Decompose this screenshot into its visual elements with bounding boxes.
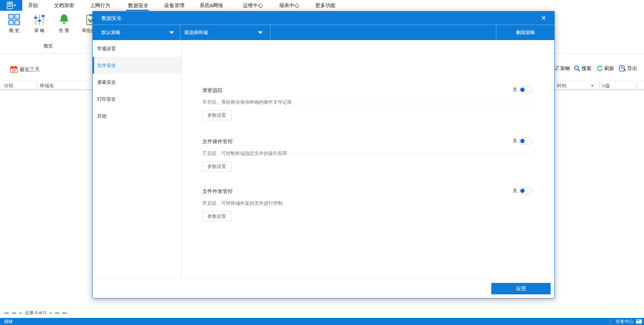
column-time[interactable]: 时间 xyxy=(557,81,566,90)
column-terminal[interactable]: 终端名 xyxy=(40,81,54,90)
setting-description: 开启后，可控制终端指定文件的操作权限 xyxy=(202,151,287,157)
ribbon-alert-button[interactable]: 告 警 xyxy=(54,13,74,34)
toggle-switch[interactable] xyxy=(519,137,532,144)
export-button[interactable]: A 导出 xyxy=(619,64,637,73)
app-logo-icon xyxy=(6,2,16,9)
delete-policy-button[interactable]: 删除策略 xyxy=(496,25,555,40)
policy-select-dropdown[interactable]: 默认策略 xyxy=(93,25,180,40)
sidebar-item-print-security[interactable]: 打印安全 xyxy=(93,91,181,107)
toggle-knob xyxy=(520,189,525,193)
setting-title: 文件外发管控 xyxy=(202,188,233,195)
ribbon-policy-button[interactable]: 策 略 xyxy=(29,13,50,34)
menu-item-start[interactable]: 开始 xyxy=(28,2,38,9)
param-settings-button[interactable]: 参数设置 xyxy=(202,211,231,221)
toggle-switch[interactable] xyxy=(519,86,532,93)
search-button[interactable]: 搜索 xyxy=(574,64,591,73)
column-separator[interactable] xyxy=(637,83,637,89)
menu-item-doc-encrypt[interactable]: 文档加密 xyxy=(54,2,74,9)
terminal-select-dropdown[interactable]: 请选择终端 xyxy=(180,25,270,40)
policy-action-button[interactable]: 策略 xyxy=(553,64,570,73)
param-settings-button[interactable]: 参数设置 xyxy=(202,110,231,120)
grid-icon xyxy=(4,13,24,26)
refresh-label: 刷新 xyxy=(604,65,614,72)
column-usb[interactable]: U盘 xyxy=(602,81,610,90)
data-security-dialog: 数据安全 × 默认策略 请选择终端 删除策略 常规设置 文件安全 屏幕安全 打印… xyxy=(92,11,555,298)
svg-text:23: 23 xyxy=(12,69,16,72)
time-filter-caret-icon[interactable] xyxy=(591,85,594,87)
message-icon[interactable] xyxy=(636,319,642,324)
date-filter-label: 最近三天 xyxy=(20,66,40,73)
sidebar-item-screen-security[interactable]: 屏幕安全 xyxy=(93,74,181,91)
dialog-body: 常规设置 文件安全 屏幕安全 打印安全 其他 泄密追踪 开启后，系统将会保存终端… xyxy=(93,40,554,278)
chevron-down-icon xyxy=(169,31,174,34)
export-label: 导出 xyxy=(627,65,637,72)
close-icon[interactable]: × xyxy=(538,12,549,23)
dialog-content: 泄密追踪 开启后，系统将会保存终端的操作文件记录 参数设置 关 文件操作管控 开… xyxy=(181,40,554,278)
status-ready-label: 就绪 xyxy=(4,318,13,325)
toggle-switch[interactable] xyxy=(519,187,532,194)
sidebar-item-general[interactable]: 常规设置 xyxy=(93,40,181,57)
ribbon-section-label: 概览 xyxy=(35,43,62,49)
next-page-icon[interactable]: ▶ xyxy=(50,311,52,315)
toggle-state-label: 关 xyxy=(513,188,517,194)
app-menu-button[interactable] xyxy=(0,0,22,11)
menu-item-ops-center[interactable]: 运维中心 xyxy=(243,2,263,9)
dialog-sidebar: 常规设置 文件安全 屏幕安全 打印安全 其他 xyxy=(93,40,181,278)
prev-group-icon[interactable]: ◀◀ xyxy=(11,311,16,315)
menu-item-system-network[interactable]: 系统&网络 xyxy=(200,2,223,9)
date-filter[interactable]: 23 最近三天 xyxy=(10,63,40,76)
chevron-down-icon xyxy=(258,31,263,34)
tool-separator xyxy=(270,25,270,40)
ribbon-overview-button[interactable]: 概 览 xyxy=(4,13,24,34)
setting-file-outgoing-control: 文件外发管控 开启后，可对终端外发的文件进行控制 参数设置 关 xyxy=(202,188,533,225)
toggle-state-label: 关 xyxy=(513,138,517,144)
setting-divider xyxy=(202,153,533,153)
apply-button[interactable]: 应用 xyxy=(491,283,551,294)
toggle-state-label: 关 xyxy=(513,87,517,93)
setting-divider xyxy=(202,104,533,104)
search-label: 搜索 xyxy=(581,65,591,72)
status-bar: 就绪 任务中心 xyxy=(0,318,644,325)
last-page-icon[interactable]: ▶▶| xyxy=(63,311,67,315)
menu-item-report-center[interactable]: 报表中心 xyxy=(279,2,299,9)
refresh-icon xyxy=(597,65,603,71)
setting-title: 文件操作管控 xyxy=(202,138,233,145)
export-icon: A xyxy=(619,65,626,72)
refresh-button[interactable]: 刷新 xyxy=(597,64,614,73)
next-group-icon[interactable]: ▶▶ xyxy=(55,311,59,315)
dialog-title-bar: 数据安全 × xyxy=(93,11,554,25)
menu-item-data-security[interactable]: 数据安全 xyxy=(128,2,148,9)
setting-leak-tracking: 泄密追踪 开启后，系统将会保存终端的操作文件记录 参数设置 关 xyxy=(202,87,533,124)
sidebar-item-other[interactable]: 其他 xyxy=(93,107,181,124)
setting-title: 泄密追踪 xyxy=(202,87,223,94)
param-settings-button[interactable]: 参数设置 xyxy=(202,161,231,171)
menu-item-device-mgmt[interactable]: 设备管理 xyxy=(164,2,184,9)
search-icon xyxy=(574,65,580,71)
dialog-title: 数据安全 xyxy=(101,11,122,25)
column-separator[interactable] xyxy=(599,83,600,89)
dialog-footer: 应用 xyxy=(93,279,554,298)
pagination-bar: |◀◀ ◀◀ ◀ 记录 0 of 0 ▶ ▶▶ ▶▶| xyxy=(2,308,69,317)
menu-item-web-behavior[interactable]: 上网行为 xyxy=(90,2,110,9)
record-count-label: 记录 0 of 0 xyxy=(25,310,46,316)
toggle-knob xyxy=(520,139,525,143)
application-window: 开始 文档加密 上网行为 数据安全 设备管理 系统&网络 运维中心 报表中心 更… xyxy=(0,0,644,325)
column-separator[interactable] xyxy=(37,83,37,89)
menu-bar: 开始 文档加密 上网行为 数据安全 设备管理 系统&网络 运维中心 报表中心 更… xyxy=(0,0,644,11)
setting-description: 开启后，系统将会保存终端的操作文件记录 xyxy=(202,99,292,105)
prev-page-icon[interactable]: ◀ xyxy=(19,311,21,315)
dialog-tool-row: 默认策略 请选择终端 删除策略 xyxy=(93,25,554,40)
toggle-knob xyxy=(520,88,525,92)
ribbon-overview-label: 概 览 xyxy=(4,28,24,34)
policy-action-label: 策略 xyxy=(560,65,570,72)
task-center-button[interactable]: 任务中心 xyxy=(616,319,633,325)
terminal-select-label: 请选择终端 xyxy=(184,25,208,40)
ribbon-alert-label: 告 警 xyxy=(54,28,74,34)
policy-select-label: 默认策略 xyxy=(101,25,120,40)
first-page-icon[interactable]: |◀◀ xyxy=(4,311,8,315)
sliders-icon xyxy=(29,13,50,26)
menu-item-more[interactable]: 更多功能 xyxy=(315,2,335,9)
setting-description: 开启后，可对终端外发的文件进行控制 xyxy=(202,200,283,206)
column-group[interactable]: 分组 xyxy=(4,81,13,90)
sidebar-item-file-security[interactable]: 文件安全 xyxy=(93,57,181,74)
